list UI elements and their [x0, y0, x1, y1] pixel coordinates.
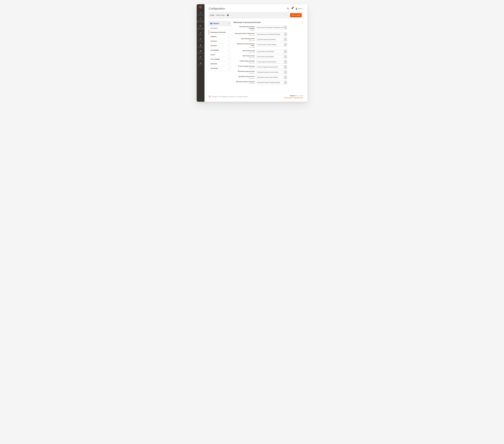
privacy-policy-link[interactable]: Privacy Policy: [284, 97, 292, 98]
chevron-down-icon: ▼: [225, 15, 225, 16]
chevron-down-icon: [284, 43, 287, 46]
config-field-row: Wholesaler Custom Email to Seller[store …: [234, 43, 303, 48]
field-select[interactable]: Product Unapproval Email (Default): [256, 65, 287, 69]
chevron-down-icon: [228, 45, 229, 46]
field-select-value: Quote Message Email (Default): [256, 38, 284, 41]
save-config-button[interactable]: Save Config: [290, 13, 302, 17]
config-group-label: ADVANCED: [211, 68, 218, 69]
config-group-label: HYVA THEMES: [211, 59, 220, 60]
sidebar-item-label: WHOLESALE MANAGEMENT: [197, 28, 204, 30]
config-field-row: New Product Email[store view]New Product…: [234, 55, 303, 58]
field-scope: [store view]: [234, 83, 255, 84]
field-select-value: Product Unapproval Email (Default): [256, 66, 284, 69]
config-group-label: CATALOG: [211, 40, 217, 42]
config-sub-item[interactable]: Marketplace: [209, 26, 231, 30]
field-input: Wholesaler Request Template (Default): [256, 81, 287, 84]
field-input: New Product Email (Default): [256, 55, 287, 58]
field-select[interactable]: Quote Message Email (Default): [256, 38, 287, 41]
field-input: Wholesaler Inactive Email (Default): [256, 76, 287, 79]
reports-icon: [199, 62, 202, 64]
svg-text:$: $: [200, 32, 201, 34]
report-issue-link[interactable]: Report an issue: [294, 97, 303, 98]
scope-bar: Scope: Default Config ▼ ? Save Config: [209, 12, 303, 18]
form-section-header[interactable]: Wholesale Transactional Emails: [234, 21, 303, 26]
config-group-label: SECURITY: [211, 45, 217, 47]
footer-version: ver. 2.4.6-p4: [296, 95, 303, 96]
sidebar-item-reports[interactable]: REPORTS: [197, 61, 204, 67]
field-label: New Product Email[store view]: [234, 55, 255, 58]
config-group-item[interactable]: SALES: [209, 53, 231, 57]
svg-line-11: [288, 9, 289, 9]
field-select[interactable]: Wholesaler Inactive Email (Default): [256, 76, 287, 79]
account-menu[interactable]: admin ▼: [295, 8, 303, 10]
field-select[interactable]: New Quote mail to wholesaler (Default): [256, 33, 287, 36]
sidebar-item-mp-mgmt[interactable]: MARKETPLACE MANAGEMENT: [197, 17, 204, 24]
magento-logo[interactable]: [197, 4, 204, 11]
field-label: Quote Message Email[store view]: [234, 38, 255, 41]
field-scope: [store view]: [234, 47, 255, 48]
field-input: Quote Message Email (Default): [256, 38, 287, 41]
config-vendor-header[interactable]: Webkul: [209, 21, 231, 26]
field-select-value: Wholesaler Inactive Email (Default): [256, 76, 284, 79]
config-group-item[interactable]: CATALOG: [209, 39, 231, 44]
field-select[interactable]: New Account Create Mail to Wholesale Use…: [256, 26, 287, 29]
chevron-down-icon: [284, 26, 287, 29]
config-vendor-name: Webkul: [213, 23, 219, 24]
field-input: Product Unapproval Email (Default): [256, 65, 287, 69]
config-group-item[interactable]: SERVICES: [209, 62, 231, 66]
dashboard-icon: [199, 12, 202, 14]
svg-rect-8: [200, 63, 201, 64]
field-label: Wholesaler Request Template[store view]: [234, 81, 255, 84]
field-select[interactable]: Wholesaler Request Template (Default): [256, 81, 287, 84]
field-select[interactable]: Product Approval Email (Default): [256, 60, 287, 64]
notifications-icon[interactable]: 1: [291, 7, 293, 10]
field-scope: [store view]: [234, 40, 255, 41]
config-group-item[interactable]: ADVANCED: [209, 66, 231, 71]
field-select[interactable]: Wholesaler Approval Email (Default): [256, 71, 287, 74]
catalog-icon: [199, 38, 202, 40]
svg-rect-4: [200, 56, 201, 58]
sidebar-item-marketing[interactable]: MARKETING: [197, 49, 204, 55]
chevron-down-icon: [228, 68, 229, 69]
chevron-down-icon: [284, 33, 287, 36]
form-section-title: Wholesale Transactional Emails: [234, 21, 261, 23]
ws-mgmt-icon: [199, 25, 202, 27]
field-label: Wholesaler Approval Email[store view]: [234, 71, 255, 74]
sidebar-item-content[interactable]: CONTENT: [197, 55, 204, 61]
magento-icon: [199, 6, 202, 9]
sidebar-item-sales[interactable]: $SALES: [197, 31, 204, 37]
webkul-icon: [210, 23, 213, 24]
field-select[interactable]: Quote Status Email (Default): [256, 50, 287, 53]
field-select[interactable]: Custom Email To Seller (Default): [256, 43, 287, 46]
chevron-down-icon: [228, 41, 229, 42]
field-select[interactable]: New Product Email (Default): [256, 55, 287, 58]
scope-selector[interactable]: Default Config ▼: [216, 14, 226, 16]
chevron-down-icon: [228, 50, 229, 51]
config-group-item[interactable]: CUSTOMERS: [209, 48, 231, 53]
chevron-down-icon: [228, 59, 229, 60]
mp-mgmt-icon: [199, 18, 202, 20]
sidebar-item-dashboard[interactable]: DASHBOARD: [197, 11, 204, 17]
config-group-item[interactable]: GENERAL: [209, 35, 231, 39]
chevron-up-icon: [228, 23, 230, 24]
admin-sidebar: DASHBOARDMARKETPLACE MANAGEMENTWHOLESALE…: [197, 4, 204, 102]
field-label: New Quote Email to Wholesaler[store view…: [234, 33, 255, 36]
chevron-down-icon: ▼: [302, 8, 303, 9]
chevron-down-icon: [284, 71, 287, 74]
field-label: Wholesaler Inactive Email[store view]: [234, 76, 255, 79]
help-icon[interactable]: ?: [227, 14, 229, 16]
config-field-row: Wholesaler Approval Email[store view]Who…: [234, 71, 303, 74]
chevron-down-icon: [284, 66, 287, 69]
config-sub-item[interactable]: Marketplace Wholesale: [209, 30, 231, 35]
sidebar-item-catalog[interactable]: CATALOG: [197, 37, 204, 43]
svg-line-0: [200, 13, 201, 13]
field-select-value: New Quote mail to wholesaler (Default): [256, 33, 284, 36]
sidebar-item-ws-mgmt[interactable]: WHOLESALE MANAGEMENT: [197, 24, 204, 31]
chevron-down-icon: [284, 76, 287, 79]
field-scope: [store view]: [234, 57, 255, 58]
config-group-item[interactable]: HYVA THEMES: [209, 57, 231, 62]
sidebar-item-customers[interactable]: CUSTOMERS: [197, 43, 204, 49]
config-group-item[interactable]: SECURITY: [209, 44, 231, 48]
sidebar-item-label: CUSTOMERS: [197, 47, 204, 48]
search-icon[interactable]: [287, 7, 289, 10]
